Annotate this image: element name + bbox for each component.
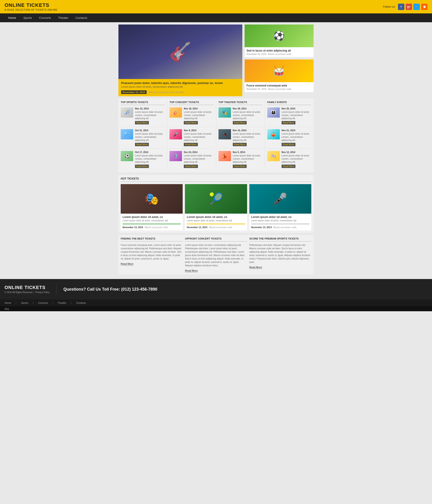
concert-read-1[interactable]: Read More xyxy=(184,121,198,124)
theater-thumb-2: 🎩 xyxy=(219,129,231,139)
concert-read-2[interactable]: Read More xyxy=(184,143,198,146)
concert-ticket-1: 🎸 Nov 18, 2014 Lorem ipsum dolor sit ame… xyxy=(169,107,213,127)
social-links: Follow Us: f g+ 🐦 ◉ xyxy=(383,4,427,10)
concert-date-3: Dec 24, 2014 xyxy=(184,151,213,153)
ticket-col-family-title: FAMILY EVENTS xyxy=(267,101,311,105)
sports-desc-2: Lorem ipsum dolor sit amet, consec, cons… xyxy=(135,132,165,142)
nav-sports[interactable]: Sports xyxy=(20,13,36,22)
sports-read-3[interactable]: Read More xyxy=(135,165,149,168)
concert-ticket-2: 🎤 Nov 9, 2014 Lorem ipsum dolor sit amet… xyxy=(169,129,213,149)
concert-thumb-1: 🎸 xyxy=(169,107,182,117)
concert-date-1: Nov 18, 2014 xyxy=(184,107,213,110)
hot-card-divider-2 xyxy=(187,224,245,224)
concert-desc-2: Lorem ipsum dolor sit amet, consec, cons… xyxy=(184,132,213,142)
ticket-col-concerts-title: TOP CONCERT TICKETS xyxy=(169,101,213,105)
family-date-2: Nov 21, 2014 xyxy=(282,129,311,132)
text-col-read-more-1[interactable]: Read More xyxy=(121,262,133,265)
text-col-2: UPFRONT CONCERT TICKETS Lorem ipsum dolo… xyxy=(185,237,247,272)
hot-card-body-3: Lorem ipsum dolor sit amet, co Lorem ips… xyxy=(249,214,311,230)
hero-caption: Praesent justo dolor, lobortis quis, lob… xyxy=(118,79,242,96)
hero-side-date-2: November 25, 2014 Mauris accumsan nulla xyxy=(247,88,312,90)
twitter-button[interactable]: 🐦 xyxy=(413,4,420,10)
footer-nav-sports[interactable]: Sports xyxy=(21,301,28,304)
family-desc-3: Lorem ipsum dolor sit amet, consec, cons… xyxy=(282,154,311,164)
theater-desc-2: Lorem ipsum dolor sit amet, consec, cons… xyxy=(233,132,263,142)
family-desc-2: Lorem ipsum dolor sit amet, consec, cons… xyxy=(282,132,311,142)
concert-info-3: Dec 24, 2014 Lorem ipsum dolor sit amet,… xyxy=(184,151,213,168)
blog-label: blog xyxy=(5,308,9,310)
nav-home[interactable]: Home xyxy=(5,13,20,22)
theater-date-2: Nov 10, 2014 xyxy=(233,129,263,132)
text-col-title-3: SCORE THE PREMIUM SPORTS TICKETS xyxy=(249,237,311,242)
family-info-1: Nov 25, 2014 Lorem ipsum dolor sit amet,… xyxy=(282,107,311,124)
hot-card-body-2: Lorem ipsum dolor sit amet, co Lorem ips… xyxy=(185,214,247,230)
sports-info-3: Oct 17, 2014 Lorem ipsum dolor sit amet,… xyxy=(135,151,165,168)
concert-ticket-3: 🎙️ Dec 24, 2014 Lorem ipsum dolor sit am… xyxy=(169,151,213,170)
hero-side-card-2: Fusce euismod consequat ante November 25… xyxy=(245,60,314,92)
family-info-2: Nov 21, 2014 Lorem ipsum dolor sit amet,… xyxy=(282,129,311,146)
theater-ticket-3: 💃 Nov 5, 2014 Lorem ipsum dolor sit amet… xyxy=(219,151,263,170)
family-date-1: Nov 25, 2014 xyxy=(282,107,311,110)
nav-concerts[interactable]: Concerts xyxy=(35,13,54,22)
sports-ticket-2: 🏸 Oct 31, 2014 Lorem ipsum dolor sit ame… xyxy=(121,129,165,149)
theater-read-2[interactable]: Read More xyxy=(233,143,247,146)
hero-side-card-1: Sed in lacus ut enim adipiscing ali Nove… xyxy=(245,25,314,57)
hot-tickets-title: HOT TICKETS xyxy=(121,177,311,182)
hero-side-author-1: Mauris accumsan nulla xyxy=(268,53,291,55)
footer-nav-theater[interactable]: Theater xyxy=(58,301,66,304)
sports-read-1[interactable]: Read More xyxy=(135,121,149,124)
hot-card-2: 🎾 Lorem ipsum dolor sit amet, co Lorem i… xyxy=(185,184,247,230)
ticket-col-sports: TOP SPORTS TICKETS 🎾 Nov 12, 2014 Lorem … xyxy=(118,101,167,170)
theater-thumb-3: 💃 xyxy=(219,151,231,161)
ticket-columns-section: TOP SPORTS TICKETS 🎾 Nov 12, 2014 Lorem … xyxy=(118,99,314,172)
family-read-2[interactable]: Read More xyxy=(282,143,295,146)
text-col-body-3: Pellentesque sed dolor. Aliquam congue f… xyxy=(249,243,311,264)
hero-main: Praesent justo dolor, lobortis quis, lob… xyxy=(118,25,242,96)
concert-info-1: Nov 18, 2014 Lorem ipsum dolor sit amet,… xyxy=(184,107,213,124)
footer-logo-title: ONLINE TICKETS xyxy=(5,285,49,290)
footer-bottom: Home | Sports | Concerts | Theater | Con… xyxy=(0,299,432,306)
footer-nav-concerts[interactable]: Concerts xyxy=(38,301,48,304)
hot-card-title-1: Lorem ipsum dolor sit amet, co xyxy=(123,216,181,219)
ticket-col-theater: TOP THEATER TICKETS 🎭 Nov 28, 2014 Lorem… xyxy=(216,101,265,170)
text-col-title-1: FINDING THE BEST TICKETS xyxy=(121,237,183,242)
sports-info-1: Nov 12, 2014 Lorem ipsum dolor sit amet,… xyxy=(135,107,165,124)
theater-info-2: Nov 10, 2014 Lorem ipsum dolor sit amet,… xyxy=(233,129,263,146)
hot-card-date-2: November 13, 2014 xyxy=(187,226,207,229)
theater-desc-1: Lorem ipsum dolor sit amet, consec, cons… xyxy=(233,111,263,120)
hot-card-divider-3 xyxy=(251,224,309,224)
hero-side-date-1: November 25, 2014 Mauris accumsan nulla xyxy=(247,53,312,55)
text-col-read-more-2[interactable]: Read More xyxy=(185,269,198,272)
hot-card-author-1: Mauris accumsan nulla xyxy=(145,226,168,229)
ticket-col-family: FAMILY EVENTS 👨‍👩‍👧 Nov 25, 2014 Lorem i… xyxy=(265,101,314,170)
facebook-button[interactable]: f xyxy=(398,4,404,10)
hot-card-desc-2: Lorem ipsum dolor sit amet, consectetuer… xyxy=(187,219,245,222)
nav-contacts[interactable]: Contacts xyxy=(72,13,91,22)
sports-read-2[interactable]: Read More xyxy=(135,143,149,146)
site-footer: ONLINE TICKETS © 2015 All Rights Reserve… xyxy=(0,279,432,311)
concert-date-2: Nov 9, 2014 xyxy=(184,129,213,132)
rss-button[interactable]: ◉ xyxy=(421,4,427,10)
concert-read-3[interactable]: Read More xyxy=(184,165,198,168)
hot-card-date-3: November 13, 2014 xyxy=(251,226,272,229)
family-read-3[interactable]: Read More xyxy=(282,165,295,168)
google-plus-button[interactable]: g+ xyxy=(406,4,412,10)
theater-read-3[interactable]: Read More xyxy=(233,165,247,168)
nav-theater[interactable]: Theater xyxy=(54,13,72,22)
header-logo: ONLINE TICKETS A HUGE SELECTION OF TICKE… xyxy=(5,2,57,11)
ticket-col-theater-title: TOP THEATER TICKETS xyxy=(219,101,263,105)
sports-thumb-2: 🏸 xyxy=(121,129,133,139)
footer-privacy-link[interactable]: Privacy Policy xyxy=(35,291,49,294)
family-read-1[interactable]: Read More xyxy=(282,121,295,124)
theater-read-1[interactable]: Read More xyxy=(233,121,247,124)
hot-card-meta-2: November 13, 2014 Mauris accumsan nulla xyxy=(187,226,245,229)
footer-copyright: © 2015 All Rights Reserved | Privacy Pol… xyxy=(5,291,49,294)
text-col-read-more-3[interactable]: Read More xyxy=(249,266,262,269)
theater-date-3: Nov 5, 2014 xyxy=(233,151,263,153)
footer-nav-contacts[interactable]: Contacts xyxy=(76,301,86,304)
footer-nav-home[interactable]: Home xyxy=(5,301,11,304)
ticket-col-sports-title: TOP SPORTS TICKETS xyxy=(121,101,165,105)
hot-card-body-1: Lorem ipsum dolor sit amet, co Lorem ips… xyxy=(121,214,183,230)
theater-ticket-2: 🎩 Nov 10, 2014 Lorem ipsum dolor sit ame… xyxy=(219,129,263,149)
hot-card-author-3: Mauris accumsan nulla xyxy=(273,226,296,229)
